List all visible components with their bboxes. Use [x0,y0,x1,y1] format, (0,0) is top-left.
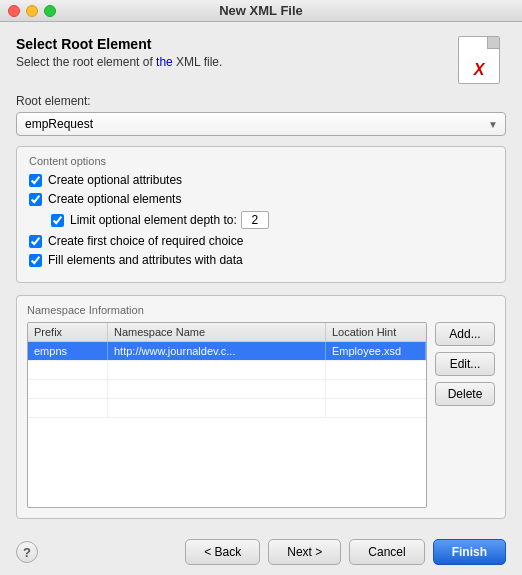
checkbox-fill-elements: Fill elements and attributes with data [29,253,493,267]
finish-button[interactable]: Finish [433,539,506,565]
table-header: Prefix Namespace Name Location Hint [28,323,426,342]
checkbox-first-choice: Create first choice of required choice [29,234,493,248]
xml-file-icon: X [458,36,506,84]
edit-button[interactable]: Edit... [435,352,495,376]
next-button[interactable]: Next > [268,539,341,565]
namespace-title: Namespace Information [27,304,495,316]
root-element-select-wrapper: empRequestempResponse ▼ [16,112,506,136]
table-row-empty-2 [28,380,426,399]
cell-namespace: http://www.journaldev.c... [108,342,326,360]
root-element-label: Root element: [16,94,506,108]
maximize-button[interactable] [44,5,56,17]
col-location: Location Hint [326,323,426,341]
checkbox-fill-elements-label: Fill elements and attributes with data [48,253,243,267]
help-button[interactable]: ? [16,541,38,563]
back-button[interactable]: < Back [185,539,260,565]
col-namespace: Namespace Name [108,323,326,341]
titlebar: New XML File [0,0,522,22]
cancel-button[interactable]: Cancel [349,539,424,565]
delete-button[interactable]: Delete [435,382,495,406]
namespace-buttons: Add... Edit... Delete [435,322,495,508]
depth-input[interactable] [241,211,269,229]
checkbox-first-choice-input[interactable] [29,235,42,248]
content-options-title: Content options [29,155,493,167]
checkbox-create-optional-attrs: Create optional attributes [29,173,493,187]
header-text: Select Root Element Select the root elem… [16,36,222,69]
checkbox-optional-attrs-input[interactable] [29,174,42,187]
checkbox-limit-depth-input[interactable] [51,214,64,227]
checkbox-create-optional-elements: Create optional elements [29,192,493,206]
checkbox-optional-elements-label: Create optional elements [48,192,181,206]
main-content: Select Root Element Select the root elem… [0,22,522,575]
namespace-section: Namespace Information Prefix Namespace N… [16,295,506,519]
page-description: Select the root element of the XML file. [16,55,222,69]
root-element-select[interactable]: empRequestempResponse [16,112,506,136]
page-title: Select Root Element [16,36,222,52]
checkbox-limit-depth-label: Limit optional element depth to: [70,213,237,227]
checkbox-fill-elements-input[interactable] [29,254,42,267]
minimize-button[interactable] [26,5,38,17]
cell-location: Employee.xsd [326,342,426,360]
checkbox-limit-depth: Limit optional element depth to: [29,211,493,229]
icon-x-label: X [459,61,499,79]
close-button[interactable] [8,5,20,17]
cell-prefix: empns [28,342,108,360]
namespace-table: Prefix Namespace Name Location Hint empn… [27,322,427,508]
window-title: New XML File [219,3,303,18]
bottom-bar: ? < Back Next > Cancel Finish [16,531,506,565]
col-prefix: Prefix [28,323,108,341]
header: Select Root Element Select the root elem… [16,36,506,84]
content-options-section: Content options Create optional attribut… [16,146,506,283]
table-row-empty-1 [28,361,426,380]
checkbox-optional-attrs-label: Create optional attributes [48,173,182,187]
table-row-empty-3 [28,399,426,418]
navigation-buttons: < Back Next > Cancel Finish [185,539,506,565]
checkbox-first-choice-label: Create first choice of required choice [48,234,243,248]
namespace-content: Prefix Namespace Name Location Hint empn… [27,322,495,508]
checkbox-optional-elements-input[interactable] [29,193,42,206]
table-row[interactable]: empns http://www.journaldev.c... Employe… [28,342,426,361]
icon-fold [487,37,499,49]
add-button[interactable]: Add... [435,322,495,346]
window-controls [8,5,56,17]
